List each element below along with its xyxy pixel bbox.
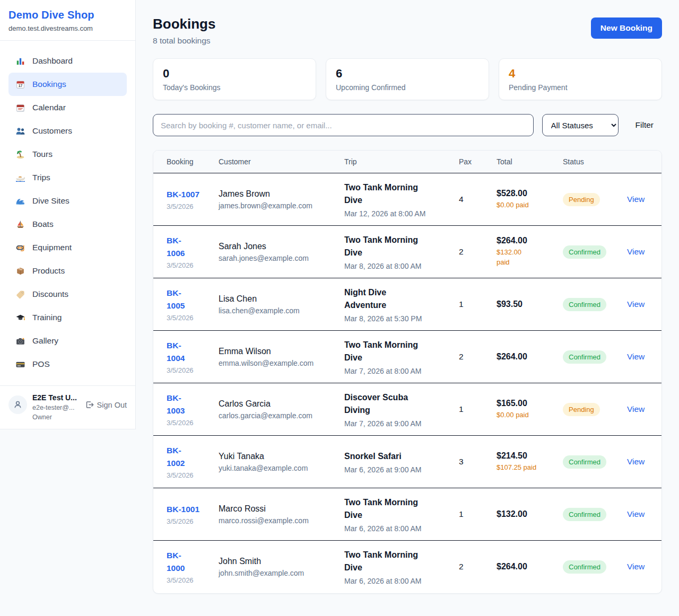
view-link[interactable]: View [627, 247, 645, 256]
column-header-status: Status [556, 151, 621, 173]
sidebar-item-dashboard[interactable]: Dashboard [8, 49, 127, 73]
customer-email: lisa.chen@example.com [219, 306, 332, 315]
pax-count: 1 [459, 509, 464, 518]
status-badge: Pending [563, 403, 600, 416]
page-title: Bookings [153, 16, 215, 32]
tours-icon [15, 149, 25, 160]
sidebar-item-label: POS [32, 359, 50, 369]
sidebar-item-products[interactable]: Products [8, 259, 127, 283]
pax-count: 1 [459, 404, 464, 413]
training-icon [15, 313, 25, 323]
sidebar-item-label: Bookings [32, 80, 66, 89]
sidebar-item-bookings[interactable]: 17Bookings [8, 73, 127, 96]
sidebar-item-customers[interactable]: Customers [8, 119, 127, 143]
stat-label: Pending Payment [509, 83, 652, 92]
trip-name: Two Tank Morning Dive [344, 549, 427, 574]
trip-datetime: Mar 8, 2026 at 5:30 PM [344, 314, 446, 323]
booking-id-link[interactable]: BK-1004 [167, 339, 196, 365]
total-amount: $528.00 [497, 189, 550, 198]
view-link[interactable]: View [627, 562, 645, 571]
sidebar-item-equipment[interactable]: Equipment [8, 236, 127, 259]
sidebar-item-tours[interactable]: Tours [8, 143, 127, 166]
search-input[interactable] [153, 114, 534, 136]
booking-id-link[interactable]: BK-1007 [167, 188, 199, 201]
stat-value: 6 [336, 67, 479, 81]
trip-name: Snorkel Safari [344, 450, 427, 463]
column-header-actions [621, 151, 661, 173]
user-name: E2E Test U... [32, 393, 77, 402]
booking-id-link[interactable]: BK-1006 [167, 234, 196, 260]
sidebar-item-trips[interactable]: Trips [8, 166, 127, 189]
bookings-icon: 17 [15, 80, 25, 90]
total-amount: $264.00 [497, 352, 550, 362]
sign-out-button[interactable]: Sign Out [85, 400, 127, 409]
table-row: BK-1003 3/5/2026 Carlos Garcia carlos.ga… [153, 383, 661, 436]
view-link[interactable]: View [627, 352, 645, 361]
customer-name: John Smith [219, 557, 332, 566]
stat-card: 6Upcoming Confirmed [326, 58, 489, 100]
customer-email: james.brown@example.com [219, 201, 332, 210]
view-link[interactable]: View [627, 404, 645, 413]
customers-icon [15, 126, 25, 136]
new-booking-button[interactable]: New Booking [591, 17, 662, 39]
view-link[interactable]: View [627, 195, 645, 204]
stat-label: Today's Bookings [163, 83, 306, 92]
trip-name: Two Tank Morning Dive [344, 181, 427, 207]
view-link[interactable]: View [627, 300, 645, 309]
main-content: Bookings 8 total bookings New Booking 0T… [136, 0, 679, 610]
stat-label: Upcoming Confirmed [336, 83, 479, 92]
booking-date: 3/5/2026 [167, 366, 206, 374]
customer-name: Marco Rossi [219, 504, 332, 514]
trip-name: Night Dive Adventure [344, 286, 427, 312]
trip-datetime: Mar 7, 2026 at 8:00 AM [344, 367, 446, 375]
pax-count: 2 [459, 247, 464, 256]
stat-value: 0 [163, 67, 306, 81]
table-row: BK-1007 3/5/2026 James Brown james.brown… [153, 173, 661, 226]
user-block: E2E Test U... e2e-tester@... Owner [32, 393, 77, 422]
filter-button[interactable]: Filter [636, 120, 654, 130]
table-row: BK-1002 3/5/2026 Yuki Tanaka yuki.tanaka… [153, 436, 661, 488]
trip-datetime: Mar 6, 2026 at 8:00 AM [344, 524, 446, 533]
trip-name: Two Tank Morning Dive [344, 234, 427, 259]
booking-id-link[interactable]: BK-1001 [167, 503, 199, 516]
customer-name: Emma Wilson [219, 347, 332, 356]
sidebar-item-pos[interactable]: POS [8, 353, 127, 376]
pax-count: 4 [459, 195, 464, 204]
customer-name: James Brown [219, 189, 332, 199]
booking-date: 3/5/2026 [167, 471, 206, 479]
sidebar-item-gallery[interactable]: Gallery [8, 329, 127, 353]
customer-name: Yuki Tanaka [219, 452, 332, 461]
column-header-trip: Trip [338, 151, 452, 173]
sign-out-icon [85, 400, 94, 409]
total-amount: $264.00 [497, 236, 550, 245]
sidebar-item-discounts[interactable]: Discounts [8, 283, 127, 306]
customer-email: emma.wilson@example.com [219, 359, 332, 367]
sidebar: Demo Dive Shop demo.test.divestreams.com… [0, 0, 136, 429]
sidebar-item-boats[interactable]: Boats [8, 213, 127, 236]
status-filter-select[interactable]: All Statuses [542, 114, 619, 136]
booking-id-link[interactable]: BK-1000 [167, 549, 196, 575]
booking-id-link[interactable]: BK-1005 [167, 287, 196, 312]
sidebar-item-label: Equipment [32, 243, 72, 252]
status-badge: Confirmed [563, 245, 606, 259]
sidebar-item-training[interactable]: Training [8, 306, 127, 329]
sidebar-item-calendar[interactable]: Calendar [8, 96, 127, 119]
customer-name: Lisa Chen [219, 294, 332, 304]
view-link[interactable]: View [627, 457, 645, 466]
sidebar-item-dive-sites[interactable]: Dive Sites [8, 189, 127, 213]
view-link[interactable]: View [627, 509, 645, 518]
status-badge: Confirmed [563, 350, 606, 364]
status-badge: Confirmed [563, 508, 606, 521]
brand: Demo Dive Shop demo.test.divestreams.com [0, 0, 135, 41]
customer-email: carlos.garcia@example.com [219, 411, 332, 420]
paid-amount: $107.25 paid [497, 463, 550, 473]
app-root: Demo Dive Shop demo.test.divestreams.com… [0, 0, 679, 610]
booking-id-link[interactable]: BK-1003 [167, 392, 196, 417]
table-head: BookingCustomerTripPaxTotalStatus [153, 151, 661, 173]
booking-id-link[interactable]: BK-1002 [167, 444, 196, 470]
trip-datetime: Mar 12, 2026 at 8:00 AM [344, 209, 446, 218]
customer-email: john.smith@example.com [219, 569, 332, 577]
sidebar-item-label: Training [32, 313, 62, 322]
avatar [8, 395, 27, 414]
stats-row: 0Today's Bookings6Upcoming Confirmed4Pen… [153, 58, 662, 100]
